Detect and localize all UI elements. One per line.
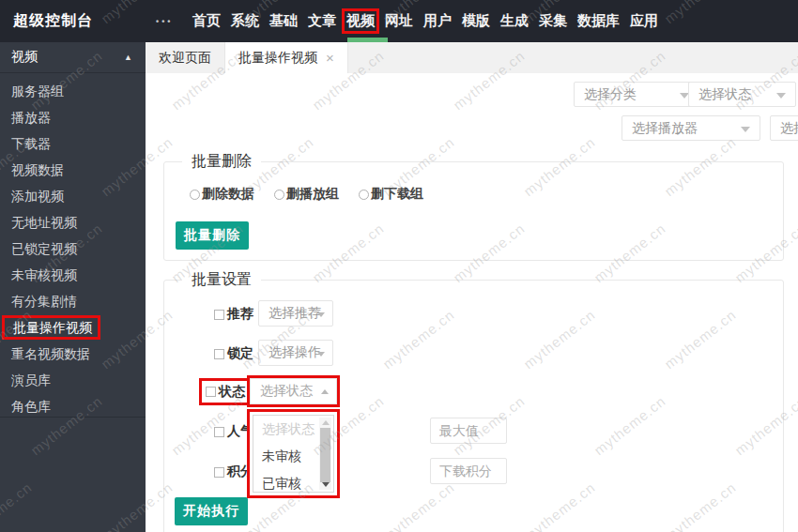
sidebar-item-downloader[interactable]: 下载器 [0, 130, 146, 157]
downloader-select[interactable]: 选择下载器 [770, 115, 798, 141]
recommend-select[interactable]: 选择推荐 [258, 300, 333, 327]
radio-icon [190, 190, 200, 200]
batch-delete-legend: 批量删除 [182, 152, 261, 172]
sidebar-item-actor-library[interactable]: 演员库 [0, 367, 146, 393]
scrollbar-thumb[interactable] [320, 428, 330, 482]
batch-delete-radios: 删除数据 删播放组 删下载组 [190, 186, 443, 203]
sidebar-item-locked-video[interactable]: 已锁定视频 [0, 236, 146, 262]
nav-item-database[interactable]: 数据库 [573, 10, 624, 32]
top-nav: 首页 系统 基础 文章 视频 网址 用户 模版 生成 采集 数据库 应用 [188, 0, 664, 42]
batch-delete-button[interactable]: 批量删除 [176, 221, 249, 250]
annotation-box-status-select: 选择状态 [247, 375, 340, 407]
run-button[interactable]: 开始执行 [175, 497, 248, 525]
player-select[interactable]: 选择播放器 [622, 115, 760, 141]
radio-icon [274, 190, 284, 200]
checkbox-icon [206, 387, 216, 397]
radio-delete-data[interactable]: 删除数据 [190, 186, 254, 203]
recommend-checkbox[interactable]: 推荐 [214, 306, 253, 323]
topbar: 超级控制台 ••• 首页 系统 基础 文章 视频 网址 用户 模版 生成 采集 … [0, 0, 798, 42]
nav-item-template[interactable]: 模版 [457, 10, 495, 32]
scroll-up-icon[interactable] [322, 420, 330, 425]
popularity-max-input[interactable] [430, 418, 507, 444]
sidebar-item-episode-plot[interactable]: 有分集剧情 [0, 288, 146, 314]
sidebar-group-label: 视频 [11, 49, 38, 66]
checkbox-icon [214, 427, 224, 437]
checkbox-icon [214, 467, 224, 478]
tab-welcome[interactable]: 欢迎页面 [146, 42, 224, 73]
chevron-down-icon [317, 312, 325, 317]
radio-delete-play-group[interactable]: 删播放组 [274, 186, 339, 203]
nav-item-website[interactable]: 网址 [380, 10, 418, 32]
active-nav-underline [347, 38, 388, 42]
checkbox-icon [214, 349, 224, 359]
annotation-box-sidebar: 批量操作视频 [2, 315, 100, 340]
sidebar-item-no-address-video[interactable]: 无地址视频 [0, 209, 146, 236]
status-checkbox[interactable]: 状态 [206, 384, 245, 401]
sidebar-divider [0, 417, 146, 418]
nav-item-app[interactable]: 应用 [625, 10, 663, 32]
tab-batch-operate-video[interactable]: 批量操作视频 × [224, 42, 348, 73]
close-icon[interactable]: × [326, 51, 334, 65]
checkbox-icon [214, 310, 224, 320]
nav-item-user[interactable]: 用户 [419, 10, 456, 32]
sidebar-menu: 服务器组 播放器 下载器 视频数据 添加视频 无地址视频 已锁定视频 未审核视频… [0, 73, 146, 419]
sidebar-item-unreviewed-video[interactable]: 未审核视频 [0, 262, 146, 288]
status-select[interactable]: 选择状态 [250, 378, 337, 404]
sidebar-item-player[interactable]: 播放器 [0, 104, 146, 130]
annotation-box-status-checkbox: 状态 [199, 378, 250, 405]
sidebar-item-duplicate-video-data[interactable]: 重名视频数据 [0, 341, 146, 367]
tabbar: 欢迎页面 批量操作视频 × [146, 42, 798, 73]
chevron-down-icon [741, 127, 750, 132]
points-input[interactable] [430, 458, 507, 484]
chevron-down-icon [317, 352, 325, 357]
status-dropdown-list: 选择状态 未审核 已审核 [253, 415, 334, 493]
category-select[interactable]: 选择分类 [574, 82, 699, 107]
nav-item-article[interactable]: 文章 [303, 10, 341, 32]
batch-delete-section: 批量删除 [163, 161, 784, 261]
lock-checkbox[interactable]: 锁定 [214, 345, 253, 362]
admin-console-window: 超级控制台 ••• 首页 系统 基础 文章 视频 网址 用户 模版 生成 采集 … [0, 0, 798, 532]
sidebar-item-video-data[interactable]: 视频数据 [0, 157, 146, 183]
nav-item-basic[interactable]: 基础 [265, 10, 302, 32]
annotation-box-status-dropdown: 选择状态 未审核 已审核 [247, 409, 340, 498]
chevron-up-icon [321, 389, 329, 394]
sidebar-group-video[interactable]: 视频 ▲ [0, 42, 146, 73]
sidebar-item-server-group[interactable]: 服务器组 [0, 78, 146, 104]
chevron-up-icon: ▲ [124, 53, 132, 62]
lock-select[interactable]: 选择操作 [258, 340, 333, 366]
nav-item-generate[interactable]: 生成 [496, 10, 533, 32]
radio-delete-download-group[interactable]: 删下载组 [359, 186, 423, 203]
chevron-down-icon [776, 93, 786, 99]
more-icon[interactable]: ••• [156, 0, 173, 42]
nav-item-collect[interactable]: 采集 [534, 10, 572, 32]
scroll-down-icon[interactable] [322, 482, 330, 487]
nav-item-home[interactable]: 首页 [188, 10, 225, 32]
status-filter-select[interactable]: 选择状态 [688, 82, 796, 107]
sidebar-item-role-library[interactable]: 角色库 [0, 393, 146, 419]
sidebar-item-add-video[interactable]: 添加视频 [0, 183, 146, 209]
batch-set-legend: 批量设置 [182, 270, 261, 290]
nav-item-system[interactable]: 系统 [226, 10, 264, 32]
sidebar: 视频 ▲ 服务器组 播放器 下载器 视频数据 添加视频 无地址视频 已锁定视频 … [0, 42, 146, 532]
nav-item-video[interactable]: 视频 [342, 8, 379, 34]
radio-icon [359, 190, 369, 200]
app-title: 超级控制台 [13, 11, 93, 31]
dropdown-scrollbar[interactable] [319, 418, 331, 490]
sidebar-item-batch-operate-video[interactable]: 批量操作视频 [0, 314, 146, 341]
